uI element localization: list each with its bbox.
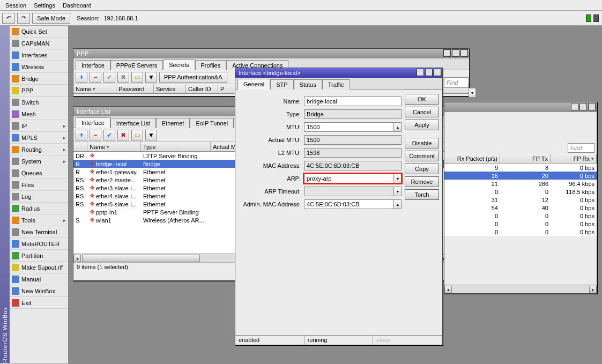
sidebar-item-ppp[interactable]: PPP [10,85,68,96]
sidebar-item-queues[interactable]: Queues [10,167,68,179]
minimize-icon[interactable]: ▭ [417,69,424,76]
close-icon[interactable]: × [588,103,596,110]
sidebar-item-interfaces[interactable]: Interfaces [10,49,68,61]
close-icon[interactable]: × [460,49,468,57]
apply-button[interactable]: Apply [405,120,439,130]
col-fp-tx[interactable]: FP Tx [500,154,551,163]
add-button[interactable]: ＋ [76,130,87,140]
sidebar-item-new-terminal[interactable]: New Terminal [10,226,68,238]
tab-general[interactable]: General [237,79,270,90]
table-row[interactable]: 000 bps [444,212,597,220]
remove-button-dlg[interactable]: Remove [405,176,439,187]
tab-interface-list[interactable]: Interface List [110,118,156,128]
col-rx-packet[interactable]: Rx Packet (p/s) [444,154,500,163]
col-name[interactable]: Name ▾ [73,84,116,93]
disable-button[interactable]: Disable [405,138,439,148]
ok-button[interactable]: OK [405,94,439,105]
sidebar-item-exit[interactable]: Exit [10,297,68,309]
sidebar-item-system[interactable]: System▸ [10,155,68,167]
chevron-up-icon[interactable]: ▴ [393,123,401,131]
table-row[interactable]: 00118.5 kbps [444,188,597,196]
dropdown-icon[interactable]: ▾ [469,88,476,98]
sidebar-item-routing[interactable]: Routing▸ [10,144,68,155]
filter-button[interactable]: ▼ [145,72,157,83]
remove-button[interactable]: − [90,130,101,140]
sidebar-item-tools[interactable]: Tools▸ [10,214,68,226]
input-admin-mac[interactable]: 4C:5E:0C:6D:03:CB▴ [304,199,402,209]
tab-pppoe-servers[interactable]: PPPoE Servers [110,60,163,70]
tab-secrets[interactable]: Secrets [163,60,195,70]
sidebar-item-log[interactable]: Log [10,191,68,203]
maximize-icon[interactable]: □ [425,69,433,76]
col-service[interactable]: Service [154,84,186,93]
minimize-icon[interactable]: ▭ [443,49,451,57]
col-callerid[interactable]: Caller ID [186,84,218,93]
sidebar-item-partition[interactable]: Partition [10,250,68,262]
interface-dialog-title[interactable]: Interface <bridge-local> ▭ □ × [235,68,442,78]
redo-button[interactable]: ↷ [17,13,30,24]
sidebar-item-make-supout-rif[interactable]: Make Supout.rif [10,262,68,273]
sidebar-item-wireless[interactable]: Wireless [10,61,68,73]
filter-button[interactable]: ▼ [145,130,157,140]
input-arp[interactable]: proxy-arp▾ [304,174,402,183]
copy-button[interactable]: Copy [405,164,439,174]
tab-interface[interactable]: Interface [76,60,110,70]
comment-button[interactable]: Comment [405,151,439,161]
sidebar-item-quick-set[interactable]: Quick Set [10,26,68,38]
tab-profiles[interactable]: Profiles [195,60,227,70]
input-arp-timeout[interactable]: ▾ [304,187,402,196]
chevron-down-icon[interactable]: ▾ [393,174,401,183]
tab-ethernet[interactable]: Ethernet [156,118,190,128]
menu-dashboard[interactable]: Dashboard [63,2,92,9]
tab-interface[interactable]: Interface [76,117,110,128]
sidebar-item-switch[interactable]: Switch [10,96,68,108]
torch-button[interactable]: Torch [405,189,439,200]
close-icon[interactable]: × [434,69,441,76]
undo-button[interactable]: ↶ [2,13,15,24]
table-row[interactable]: 980 bps [444,164,597,172]
ppp-window-title[interactable]: PPP ▭ □ × [73,49,469,58]
horizontal-scrollbar[interactable]: ◂ ▸ [444,285,597,293]
input-name[interactable]: bridge-local [304,96,402,106]
table-row[interactable]: 000 bps [444,228,597,236]
sidebar-item-bridge[interactable]: Bridge [10,73,68,85]
ppp-auth-button[interactable]: PPP Authentication&A [159,72,227,83]
col-type[interactable]: Type [141,142,211,151]
table-row[interactable]: 2128696.4 kbps [444,180,597,188]
table-row[interactable]: 54400 bps [444,204,597,212]
stats-window-title[interactable]: ▭ □ × [444,102,597,112]
enable-button[interactable]: ✔ [103,72,115,83]
sidebar-item-mesh[interactable]: Mesh [10,108,68,120]
minimize-icon[interactable]: ▭ [571,103,578,110]
tab-eoip-tunnel[interactable]: EoIP Tunnel [190,118,234,128]
comment-button[interactable]: ▭ [131,130,143,140]
safe-mode-button[interactable]: Safe Mode [32,13,70,24]
sidebar-item-capsman[interactable]: CAPsMAN [10,38,68,49]
menu-session[interactable]: Session [5,2,26,9]
sidebar-item-ip[interactable]: IP▸ [10,120,68,132]
disable-button[interactable]: ✖ [117,72,129,83]
tab-status[interactable]: Status [294,79,322,90]
cancel-button[interactable]: Cancel [405,107,439,117]
table-row[interactable]: 16200 bps [444,172,597,180]
input-mtu[interactable]: 1500▴ [304,122,402,132]
disable-button[interactable]: ✖ [117,130,129,140]
col-fp-rx[interactable]: FP Rx ▾ [551,154,597,163]
tab-traffic[interactable]: Traffic [322,79,350,90]
comment-button[interactable]: ▭ [131,72,143,83]
find-input[interactable]: Find [568,143,594,153]
sidebar-item-radius[interactable]: Radius [10,203,68,214]
sidebar-item-files[interactable]: Files [10,179,68,191]
chevron-up-icon[interactable]: ▴ [393,200,401,209]
col-flag[interactable] [73,142,87,151]
enable-button[interactable]: ✔ [103,130,115,140]
sidebar-item-mpls[interactable]: MPLS▸ [10,132,68,144]
table-row[interactable]: 000 bps [444,220,597,228]
ppp-find-input[interactable]: Find [444,77,469,88]
maximize-icon[interactable]: □ [452,49,459,57]
sidebar-item-manual[interactable]: Manual [10,273,68,285]
col-password[interactable]: Password [116,84,154,93]
table-row[interactable]: 31120 bps [444,196,597,204]
col-name[interactable]: Name ▾ [87,142,141,151]
chevron-down-icon[interactable]: ▾ [393,187,401,196]
